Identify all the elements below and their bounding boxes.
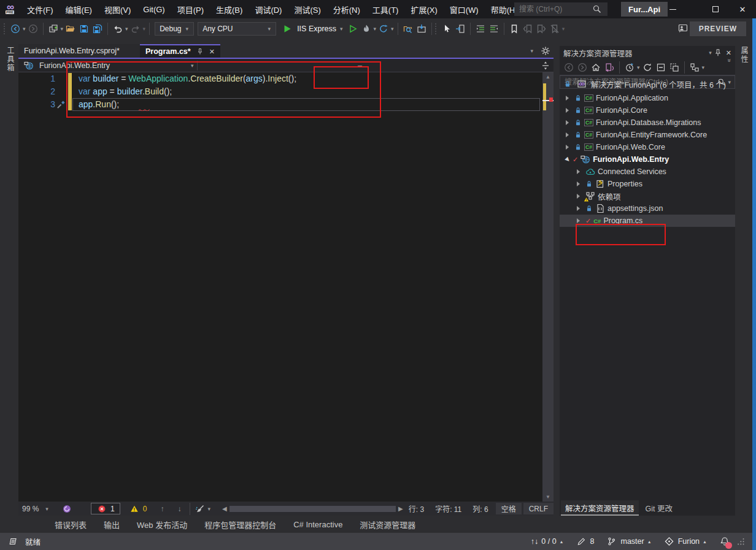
collapsed-arrow-icon[interactable] [566,96,571,101]
scroll-down-icon[interactable]: ▼ [542,494,554,500]
redo-dropdown-icon[interactable]: ▾ [143,26,146,32]
switch-views-dropdown-icon[interactable]: ▾ [702,64,705,71]
tree-item-furionapi-application[interactable]: C#FurionApi.Application [560,92,735,104]
home-icon[interactable] [590,62,601,73]
toolbar-overflow-icon[interactable]: ▾ [562,26,565,32]
member-dropdown[interactable]: – [358,61,362,70]
collapsed-arrow-icon[interactable] [577,206,582,211]
toolbar-drag-handle[interactable] [4,23,6,34]
vertical-scrollbar[interactable]: ▲ ▼ [542,72,554,502]
collapsed-arrow-icon[interactable] [577,169,582,174]
background-tasks-icon[interactable] [7,536,18,547]
open-file-icon[interactable] [65,23,76,34]
clear-bookmarks-icon[interactable] [549,23,560,34]
code-cleanup-dropdown-icon[interactable]: ▾ [207,506,210,512]
char-indicator[interactable]: 字符: 11 [435,503,461,514]
solution-configuration-dropdown[interactable]: Debug▾ [155,22,194,36]
hot-reload-icon[interactable] [361,23,372,34]
go-to-document-icon[interactable] [455,23,466,34]
tree-item-furionapi-database-migrations[interactable]: C#FurionApi.Database.Migrations [560,116,735,129]
scroll-up-icon[interactable]: ▲ [542,74,554,80]
menu-item[interactable]: 分析(N) [327,0,366,18]
undo-dropdown-icon[interactable]: ▾ [125,26,128,32]
maximize-button[interactable] [704,0,727,18]
attach-to-process-icon[interactable] [416,23,427,34]
navigate-back-dropdown-icon[interactable]: ▾ [23,26,26,32]
horizontal-scrollbar[interactable] [230,506,396,512]
explorer-tab-git[interactable]: Git 更改 [641,500,677,516]
tree-item-connected-services[interactable]: Connected Services [560,166,735,178]
toolbar-overflow-icon[interactable]: » [727,59,733,63]
column-indicator[interactable]: 列: 6 [472,503,488,514]
menu-item[interactable]: 生成(B) [210,0,249,18]
save-all-icon[interactable] [92,23,103,34]
scroll-right-icon[interactable]: ▶ [398,505,403,512]
show-all-files-icon[interactable] [669,62,680,73]
collapsed-arrow-icon[interactable] [566,132,571,137]
resize-grip[interactable] [735,536,746,547]
tree-item-furionapi-core[interactable]: C#FurionApi.Core [560,104,735,116]
collapsed-arrow-icon[interactable] [566,108,571,113]
solution-root-node[interactable]: 解决方案"FurionApi"(6 个项目，共 6 个) [560,78,735,90]
redo-icon[interactable] [130,23,141,34]
toolbox-tab[interactable]: 工具箱 [5,47,15,72]
save-icon[interactable] [79,23,90,34]
branch-selector[interactable]: master ▲ [606,537,651,546]
tree-item-furionapi-web-core[interactable]: C#FurionApi.Web.Core [560,141,735,153]
menu-item[interactable]: 视图(V) [98,0,137,18]
collapsed-arrow-icon[interactable] [577,218,582,223]
tree-item-properties[interactable]: Properties [560,178,735,190]
filter-dropdown-icon[interactable]: ▾ [637,64,640,71]
close-panel-icon[interactable]: ✕ [726,49,731,57]
error-count-button[interactable]: 1 [91,503,120,514]
explorer-forward-icon[interactable] [577,62,588,73]
explorer-back-icon[interactable] [563,62,574,73]
next-bookmark-icon[interactable] [536,23,547,34]
collapsed-arrow-icon[interactable] [577,181,582,186]
toggle-bookmark-icon[interactable] [509,23,520,34]
quick-actions-screwdriver-icon[interactable] [56,100,66,109]
panel-tab[interactable]: 测试资源管理器 [354,518,421,532]
preview-button[interactable]: PREVIEW [690,21,746,36]
collapsed-arrow-icon[interactable] [577,194,582,199]
find-in-files-icon[interactable] [403,23,414,34]
code-editor[interactable]: 1var builder = WebApplication.CreateBuil… [18,72,554,502]
tree-item--[interactable]: 依赖项 [560,190,735,202]
refresh-icon[interactable] [642,62,653,73]
panel-tab[interactable]: C# Interactive [288,519,348,530]
split-window-icon[interactable] [540,60,551,71]
new-project-dropdown-icon[interactable]: ▾ [61,26,64,32]
tab-csproj[interactable]: FurionApi.Web.Entry.csproj* [18,44,140,58]
menu-item[interactable]: 工具(T) [366,0,405,18]
menu-item[interactable]: 项目(P) [171,0,210,18]
code-line[interactable]: 1var builder = WebApplication.CreateBuil… [18,72,554,85]
close-tab-icon[interactable]: ✕ [209,48,215,56]
explorer-tab-solution[interactable]: 解决方案资源管理器 [561,500,639,516]
pin-panel-icon[interactable] [714,48,722,57]
notifications-bell-icon[interactable] [719,536,730,547]
panel-tab[interactable]: 程序包管理器控制台 [199,518,282,532]
repository-selector[interactable]: Furion ▲ [663,537,707,546]
panel-options-chevron-icon[interactable]: ▾ [709,50,712,56]
quick-search-box[interactable] [514,2,608,16]
restart-icon[interactable] [378,23,389,34]
line-indicator[interactable]: 行: 3 [409,503,424,514]
warning-count-button[interactable]: 0 [129,505,147,513]
restart-dropdown-icon[interactable]: ▾ [391,26,394,32]
previous-bookmark-icon[interactable] [522,23,533,34]
code-cleanup-broom-icon[interactable] [195,503,206,514]
tree-item-furionapi-web-entry[interactable]: ▶✓FurionApi.Web.Entry [560,153,735,166]
hot-reload-dropdown-icon[interactable]: ▾ [374,26,377,32]
solution-platform-dropdown[interactable]: Any CPU▾ [198,22,276,36]
intellisense-icon[interactable] [61,503,72,514]
spaces-indicator[interactable]: 空格 [496,503,522,514]
menu-item[interactable]: Git(G) [137,0,171,18]
start-without-debugging-icon[interactable] [347,23,358,34]
sync-commits-button[interactable]: ↑↓ 0 / 0 ▲ [531,537,564,546]
switch-views-icon[interactable] [689,62,700,73]
increase-indent-icon[interactable] [488,23,500,34]
expanded-arrow-icon[interactable]: ▶ [564,156,571,163]
search-input[interactable] [518,4,590,14]
zoom-control[interactable]: 99 % ▾ [22,505,60,513]
minimize-button[interactable] [662,0,684,18]
